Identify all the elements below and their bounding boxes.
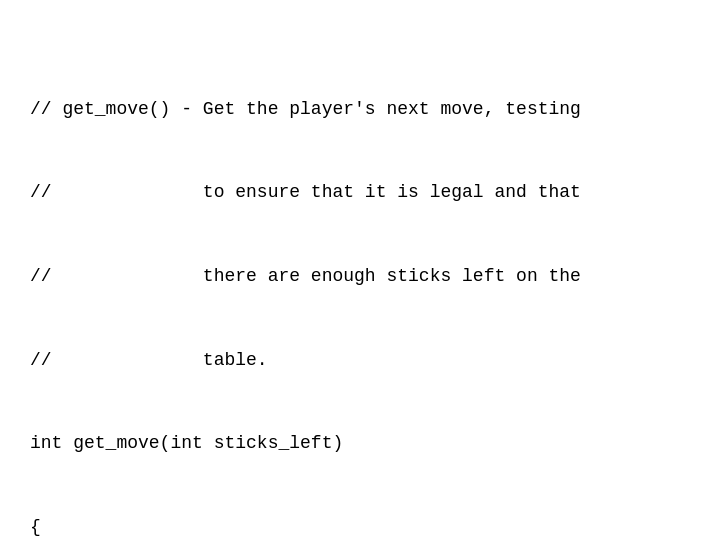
code-line-1: // get_move() - Get the player's next mo… xyxy=(30,96,581,124)
code-line-4: // table. xyxy=(30,347,581,375)
code-line-2: // to ensure that it is legal and that xyxy=(30,179,581,207)
code-line-5: int get_move(int sticks_left) xyxy=(30,430,581,458)
code-block: // get_move() - Get the player's next mo… xyxy=(0,0,611,540)
code-line-6: { xyxy=(30,514,581,540)
code-line-3: // there are enough sticks left on the xyxy=(30,263,581,291)
